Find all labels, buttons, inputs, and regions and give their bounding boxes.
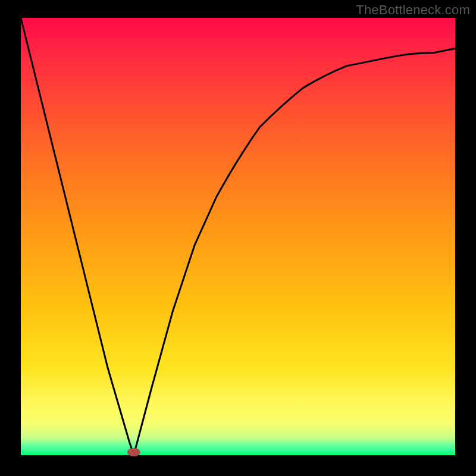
watermark-text: TheBottleneck.com xyxy=(356,2,470,18)
curve-minimum-marker xyxy=(127,448,140,456)
bottleneck-curve xyxy=(21,18,455,455)
curve-path xyxy=(21,18,455,455)
plot-area xyxy=(21,18,455,455)
chart-frame: TheBottleneck.com xyxy=(0,0,476,476)
